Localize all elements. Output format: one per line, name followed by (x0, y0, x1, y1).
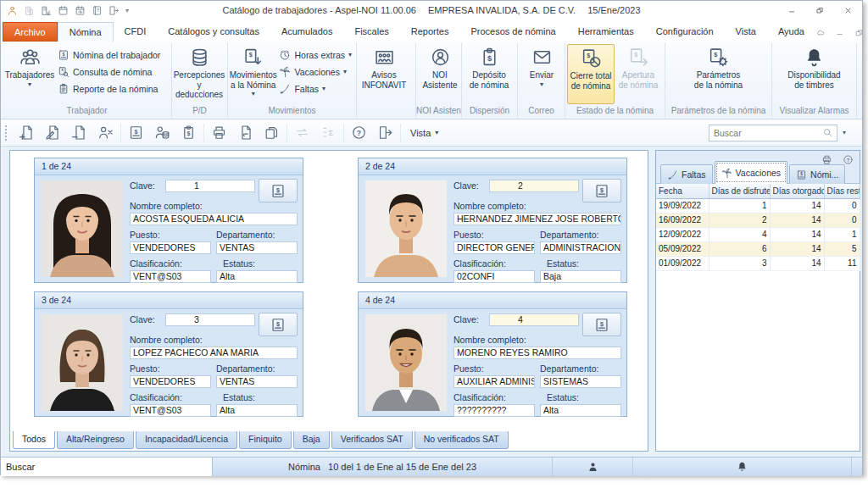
payment-clipboard-button[interactable] (175, 122, 202, 144)
nomina-del-trabajador-button[interactable]: Nómina del trabajador (55, 48, 163, 62)
table-row[interactable]: 01/09/20223 1411 (656, 256, 860, 270)
departamento-field[interactable]: SISTEMAS (540, 375, 621, 388)
payroll-receipt-button[interactable] (259, 313, 298, 336)
consulta-de-nomina-button[interactable]: Consulta de nómina (55, 65, 163, 79)
nombre-field[interactable]: ACOSTA ESQUEDA ALICIA (130, 213, 298, 225)
nombre-field[interactable]: HERNANDEZ JIMENEZ JOSE ROBERTO (453, 213, 621, 225)
tab-vacaciones[interactable]: Vacaciones (715, 161, 788, 184)
departamento-field[interactable]: VENTAS (216, 241, 298, 254)
puesto-field[interactable]: AUXILIAR ADMINISTRAT (453, 375, 535, 388)
payroll-receipt-button[interactable] (123, 122, 149, 144)
tab-procesos[interactable]: Procesos de nómina (459, 22, 566, 42)
noi-asistente-button[interactable]: NOI Asistente (418, 44, 462, 104)
cierre-total-button[interactable]: Cierre total de nómina (567, 44, 615, 104)
tab-faltas[interactable]: Faltas (660, 164, 713, 184)
puesto-field[interactable]: DIRECTOR GENERAL (453, 241, 535, 254)
status-search-input[interactable] (1, 458, 213, 476)
qat-customize-caret-icon[interactable]: ▾ (125, 7, 129, 14)
tab-cfdi[interactable]: CFDI (114, 22, 158, 42)
clasificacion-field[interactable]: ?????????? (453, 404, 535, 417)
close-button[interactable] (834, 1, 862, 19)
tab-catalogos[interactable]: Catálogos y consultas (157, 22, 270, 42)
remove-worker-button[interactable] (92, 122, 119, 144)
tab-herramientas[interactable]: Herramientas (567, 22, 645, 42)
clasificacion-field[interactable]: 02CONFI (453, 270, 535, 283)
vista-dropdown[interactable]: Vista▾ (403, 122, 446, 144)
column-header-dias-restantes[interactable]: Días restantes (824, 184, 860, 198)
exit-button[interactable] (372, 122, 398, 144)
column-header-fecha[interactable]: Fecha (656, 184, 709, 198)
help-book-icon[interactable] (92, 5, 103, 16)
company-icon[interactable] (24, 5, 35, 16)
departamento-field[interactable]: VENTAS (216, 375, 298, 388)
filter-tab-no-verificados-sat[interactable]: No verificados SAT (415, 431, 509, 449)
puesto-field[interactable]: VENDEDORES (130, 241, 211, 254)
filter-tab-baja[interactable]: Baja (293, 431, 330, 449)
reporte-de-la-nomina-button[interactable]: Reporte de la nómina (55, 82, 163, 96)
clasificacion-field[interactable]: VENT@S03 (130, 404, 211, 417)
restore-child-icon[interactable] (854, 28, 865, 38)
table-row[interactable]: 19/09/20221 140 (656, 198, 860, 213)
minimize-button[interactable] (778, 1, 806, 19)
nombre-field[interactable]: MORENO REYES RAMIRO (453, 347, 621, 359)
worker-card-2[interactable]: 2 de 24 (358, 158, 627, 283)
vacaciones-button[interactable]: Vacaciones▾ (276, 65, 354, 79)
column-header-dias-otorgados[interactable]: Días otorgados (770, 184, 824, 198)
filter-tab-incapacidad[interactable]: Incapacidad/Licencia (136, 431, 237, 449)
restore-button[interactable] (806, 1, 834, 19)
clave-field[interactable]: 4 (489, 313, 579, 326)
avisos-infonavit-button[interactable]: Avisos INFONAVIT (359, 44, 409, 104)
table-row[interactable]: 12/09/20224 141 (656, 227, 860, 241)
toolbar-grip[interactable] (5, 125, 8, 141)
worker-card-1[interactable]: 1 de 24 (34, 158, 303, 283)
search-icon[interactable] (822, 127, 833, 138)
estatus-field[interactable]: Alta (540, 404, 621, 417)
tab-fiscales[interactable]: Fiscales (343, 22, 399, 42)
tab-vista[interactable]: Vista (725, 22, 767, 42)
estatus-field[interactable]: Alta (216, 270, 298, 283)
tab-acumulados[interactable]: Acumulados (270, 22, 344, 42)
user-session-icon[interactable] (7, 5, 18, 16)
tab-configuracion[interactable]: Configuración (645, 22, 725, 42)
worker-salary-button[interactable] (149, 122, 175, 144)
nombre-field[interactable]: LOPEZ PACHECO ANA MARIA (130, 347, 298, 359)
enviar-button[interactable]: Enviar ▾ (520, 44, 564, 104)
worker-card-4[interactable]: 4 de 24 (358, 291, 627, 417)
clasificacion-field[interactable]: VENT@S03 (130, 270, 211, 283)
search-options-caret-icon[interactable]: ▾ (840, 129, 849, 136)
estatus-field[interactable]: Baja (540, 270, 621, 283)
table-row[interactable]: 16/09/20222 140 (656, 213, 860, 227)
filter-tab-todos[interactable]: Todos (13, 431, 55, 449)
tab-reportes[interactable]: Reportes (400, 22, 460, 42)
clave-field[interactable]: 3 (165, 313, 255, 326)
clave-field[interactable]: 2 (489, 180, 579, 192)
change-period-icon[interactable] (75, 5, 86, 16)
payroll-receipt-button[interactable] (259, 179, 298, 202)
clave-field[interactable]: 1 (165, 180, 255, 192)
exit-icon[interactable] (108, 5, 120, 16)
estatus-field[interactable]: Alta (216, 404, 298, 417)
disponibilidad-timbres-button[interactable]: Disponibilidad de timbres (781, 44, 849, 104)
deposito-nomina-button[interactable]: Depósito de nómina (464, 44, 515, 104)
percepciones-deducciones-button[interactable]: Percepciones y deducciones (174, 44, 225, 104)
tab-nomina-detalle[interactable]: Nómi... (789, 164, 845, 184)
collapse-ribbon-icon[interactable] (815, 28, 826, 38)
worker-card-3[interactable]: 3 de 24 (34, 291, 303, 417)
tab-archivo[interactable]: Archivo (3, 22, 58, 42)
parametros-nomina-button[interactable]: Parámetros de la nómina (685, 44, 753, 104)
filter-tab-finiquito[interactable]: Finiquito (239, 431, 292, 449)
tab-nomina[interactable]: Nómina (58, 22, 114, 42)
status-alerts-cell[interactable] (633, 458, 852, 476)
movimientos-nomina-button[interactable]: Movimientos a la Nómina ▾ (230, 44, 276, 104)
filter-tab-verificados-sat[interactable]: Verificados SAT (331, 431, 413, 449)
search-input[interactable] (709, 128, 822, 138)
faltas-button[interactable]: Faltas▾ (276, 82, 354, 96)
calendar-icon[interactable] (58, 5, 69, 16)
status-user-cell[interactable] (553, 458, 633, 476)
print-button[interactable] (206, 122, 232, 144)
help-button[interactable] (346, 122, 372, 144)
tab-ayuda[interactable]: Ayuda (767, 22, 815, 42)
trabajadores-button[interactable]: Trabajadores ▾ (4, 44, 55, 104)
company-report-icon[interactable] (41, 5, 52, 16)
puesto-field[interactable]: VENDEDORES (130, 375, 211, 388)
